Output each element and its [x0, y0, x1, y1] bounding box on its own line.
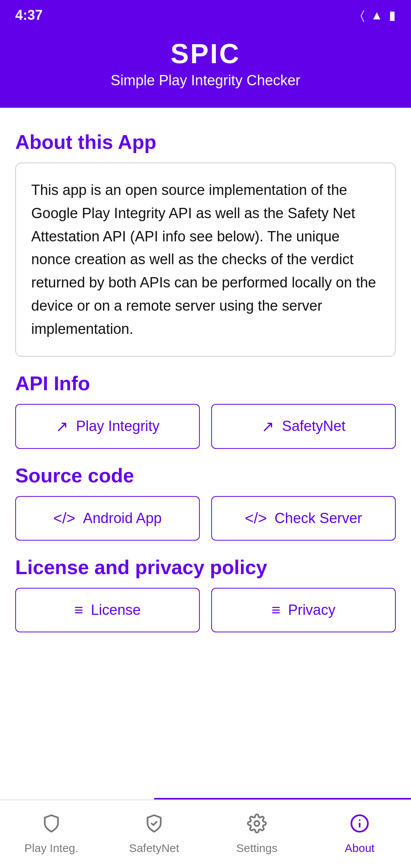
play-integrity-button[interactable]: ↗ Play Integrity — [15, 404, 200, 449]
code-icon-1: </> — [53, 510, 75, 527]
api-info-buttons: ↗ Play Integrity ↗ SafetyNet — [15, 404, 396, 449]
license-buttons: ≡ License ≡ Privacy — [15, 588, 396, 632]
app-title: SPIC — [15, 38, 396, 69]
external-link-icon-1: ↗ — [56, 418, 68, 435]
app-header: SPIC Simple Play Integrity Checker — [0, 30, 411, 108]
api-info-section-title: API Info — [15, 372, 396, 395]
nav-settings-label: Settings — [236, 842, 277, 855]
privacy-label: Privacy — [288, 602, 336, 618]
app-subtitle: Simple Play Integrity Checker — [15, 72, 396, 89]
check-server-label: Check Server — [274, 510, 362, 527]
svg-point-0 — [255, 821, 260, 826]
nav-item-play-integrity[interactable]: Play Integ. — [0, 807, 103, 861]
status-time: 4:37 — [15, 7, 43, 23]
nav-item-about[interactable]: About — [308, 807, 411, 861]
play-integrity-label: Play Integrity — [76, 418, 160, 434]
nav-settings-icon — [247, 814, 267, 838]
external-link-icon-2: ↗ — [261, 418, 274, 435]
privacy-button[interactable]: ≡ Privacy — [211, 588, 396, 632]
android-app-button[interactable]: </> Android App — [15, 496, 200, 541]
nav-shield-check-icon — [144, 814, 164, 838]
check-server-button[interactable]: </> Check Server — [211, 496, 396, 541]
nav-shield-icon — [41, 814, 61, 838]
signal-icon: ▲ — [371, 8, 383, 22]
safetynet-button[interactable]: ↗ SafetyNet — [211, 404, 396, 449]
nav-play-integrity-label: Play Integ. — [24, 842, 78, 855]
wifi-icon: 〈 — [360, 8, 365, 22]
nav-about-label: About — [345, 842, 374, 855]
source-code-section-title: Source code — [15, 464, 396, 487]
code-icon-2: </> — [245, 510, 267, 527]
license-button[interactable]: ≡ License — [15, 588, 200, 632]
license-section-title: License and privacy policy — [15, 556, 396, 579]
list-icon-1: ≡ — [74, 602, 83, 619]
source-code-buttons: </> Android App </> Check Server — [15, 496, 396, 541]
status-bar: 4:37 〈 ▲ ▮ — [0, 0, 411, 30]
license-label: License — [91, 602, 141, 618]
nav-safetynet-label: SafetyNet — [129, 842, 179, 855]
nav-info-icon — [350, 814, 370, 838]
safetynet-label: SafetyNet — [282, 418, 346, 434]
status-icons: 〈 ▲ ▮ — [360, 8, 396, 22]
about-description-text: This app is an open source implementatio… — [31, 179, 380, 341]
about-section-title: About this App — [15, 131, 396, 153]
main-content: About this App This app is an open sourc… — [0, 108, 411, 651]
bottom-nav: Play Integ. SafetyNet Settings A — [0, 799, 411, 868]
about-description-card: This app is an open source implementatio… — [15, 163, 396, 357]
nav-item-safetynet[interactable]: SafetyNet — [103, 807, 206, 861]
battery-icon: ▮ — [389, 8, 396, 22]
nav-item-settings[interactable]: Settings — [206, 807, 308, 861]
list-icon-2: ≡ — [272, 602, 280, 619]
android-app-label: Android App — [83, 510, 162, 527]
